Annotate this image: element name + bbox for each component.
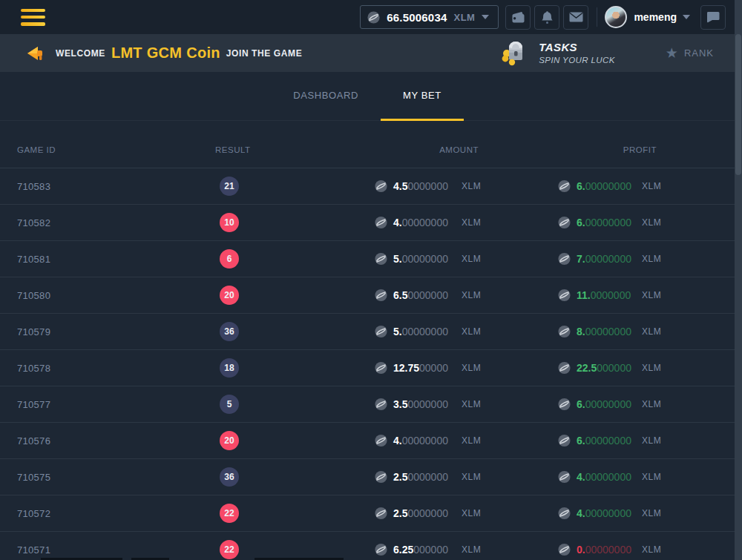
profit-currency: XLM	[642, 290, 661, 300]
profit-significant: 22.5	[577, 362, 597, 374]
balance-amount: 66.5006034	[387, 11, 447, 24]
amount-zeros: 00000000	[402, 326, 448, 337]
result-badge: 22	[220, 504, 239, 523]
profit-value: 4.00000000	[577, 471, 631, 483]
profit-significant: 7.	[577, 253, 585, 265]
scrollbar[interactable]	[735, 0, 742, 560]
username[interactable]: memeng	[634, 11, 677, 23]
result-badge: 20	[220, 286, 239, 305]
amount-significant: 5.	[393, 326, 402, 337]
profit-currency: XLM	[642, 544, 661, 555]
game-id-cell: 710580	[17, 290, 50, 301]
wallet-button[interactable]	[505, 5, 531, 30]
profit-currency: XLM	[642, 326, 661, 337]
profit-significant: 0.	[577, 544, 585, 556]
table-row: 710575 36 2.50000000 XLM 4.00000000 XLM	[0, 459, 735, 495]
table-row: 710577 5 3.50000000 XLM 6.00000000 XLM	[0, 386, 735, 423]
bet-table: GAME ID RESULT AMOUNT PROFIT 710583 21 4…	[0, 121, 735, 560]
coin-name: LMT GCM Coin	[111, 45, 220, 62]
result-badge: 5	[220, 395, 239, 414]
table-row: 710581 6 5.00000000 XLM 7.00000000 XLM	[0, 241, 735, 277]
profit-zeros: 00000000	[585, 507, 631, 519]
stellar-coin-icon	[375, 253, 387, 266]
amount-zeros: 0000000	[407, 289, 448, 301]
game-id-cell: 710579	[17, 326, 50, 337]
column-header-profit: PROFIT	[582, 145, 657, 154]
rank-button[interactable]: ★ RANK	[666, 46, 714, 60]
game-id-cell: 710581	[17, 254, 50, 265]
amount-zeros: 00000000	[402, 435, 448, 447]
menu-icon[interactable]	[21, 9, 45, 26]
amount-currency: XLM	[462, 217, 481, 228]
stellar-coin-icon	[367, 11, 380, 24]
amount-value: 6.50000000	[393, 289, 448, 301]
tab-my-bet[interactable]: MY BET	[381, 72, 464, 121]
avatar[interactable]	[605, 6, 627, 28]
result-badge: 10	[220, 213, 239, 232]
profit-zeros: 00000000	[585, 326, 631, 337]
envelope-icon	[569, 12, 583, 22]
welcome-prefix: WELCOME	[56, 48, 105, 59]
welcome-suffix: JOIN THE GAME	[226, 48, 302, 59]
amount-significant: 2.5	[393, 471, 407, 483]
treasure-chest-icon	[500, 40, 531, 67]
amount-significant: 5.	[393, 253, 402, 265]
tab-dashboard[interactable]: DASHBOARD	[271, 72, 381, 121]
topbar: 66.5006034 XLM memeng	[0, 0, 742, 34]
profit-currency: XLM	[642, 399, 661, 409]
game-id-cell: 710583	[17, 181, 50, 192]
profit-zeros: 00000000	[585, 253, 631, 265]
chat-button[interactable]	[700, 5, 726, 30]
amount-value: 2.50000000	[393, 471, 448, 483]
result-badge: 18	[220, 358, 239, 378]
result-badge: 21	[220, 177, 239, 196]
profit-zeros: 00000000	[585, 435, 631, 447]
amount-currency: XLM	[462, 254, 481, 264]
profit-value: 6.00000000	[577, 180, 631, 192]
profit-currency: XLM	[642, 217, 661, 228]
balance-selector[interactable]: 66.5006034 XLM	[360, 5, 499, 29]
announcement-banner: WELCOME LMT GCM Coin JOIN THE GAME TASKS…	[0, 34, 742, 72]
amount-zeros: 0000000	[407, 471, 448, 483]
profit-currency: XLM	[642, 508, 661, 518]
stellar-coin-icon	[558, 435, 571, 447]
amount-currency: XLM	[462, 508, 481, 518]
stellar-coin-icon	[558, 362, 571, 375]
profit-zeros: 000000	[597, 362, 631, 374]
game-id-cell: 710577	[17, 399, 50, 410]
result-badge: 6	[220, 249, 239, 269]
profit-currency: XLM	[642, 254, 661, 264]
amount-significant: 6.25	[393, 544, 413, 556]
profit-value: 22.5000000	[577, 362, 631, 374]
profit-value: 0.00000000	[577, 544, 631, 556]
amount-significant: 12.75	[393, 362, 419, 374]
amount-zeros: 0000000	[407, 180, 448, 192]
messages-button[interactable]	[563, 5, 588, 30]
amount-significant: 4.	[393, 435, 402, 447]
stellar-coin-icon	[375, 217, 387, 229]
result-badge: 22	[220, 540, 239, 559]
profit-value: 11.0000000	[577, 289, 631, 301]
game-id-cell: 710578	[17, 363, 50, 374]
megaphone-icon	[26, 45, 45, 62]
stellar-coin-icon	[375, 326, 387, 338]
balance-currency: XLM	[453, 12, 475, 23]
profit-value: 6.00000000	[577, 217, 631, 228]
table-row: 710579 36 5.00000000 XLM 8.00000000 XLM	[0, 314, 735, 350]
tasks-button[interactable]: TASKS SPIN YOUR LUCK	[500, 40, 615, 67]
amount-significant: 6.5	[393, 289, 407, 301]
table-row: 710572 22 2.50000000 XLM 4.00000000 XLM	[0, 495, 735, 532]
chevron-down-icon[interactable]	[683, 15, 690, 19]
chat-bubble-icon	[706, 11, 720, 23]
amount-currency: XLM	[462, 435, 481, 446]
amount-significant: 4.5	[393, 180, 407, 192]
scrollbar-thumb[interactable]	[735, 34, 741, 175]
table-row: 710582 10 4.00000000 XLM 6.00000000 XLM	[0, 205, 735, 241]
tasks-subtitle: SPIN YOUR LUCK	[539, 55, 615, 65]
game-id-cell: 710572	[17, 508, 50, 519]
game-id-cell: 710582	[17, 217, 50, 228]
game-id-cell: 710571	[17, 544, 50, 556]
result-badge: 36	[220, 467, 239, 487]
stellar-coin-icon	[375, 544, 387, 556]
notifications-button[interactable]	[534, 5, 559, 30]
